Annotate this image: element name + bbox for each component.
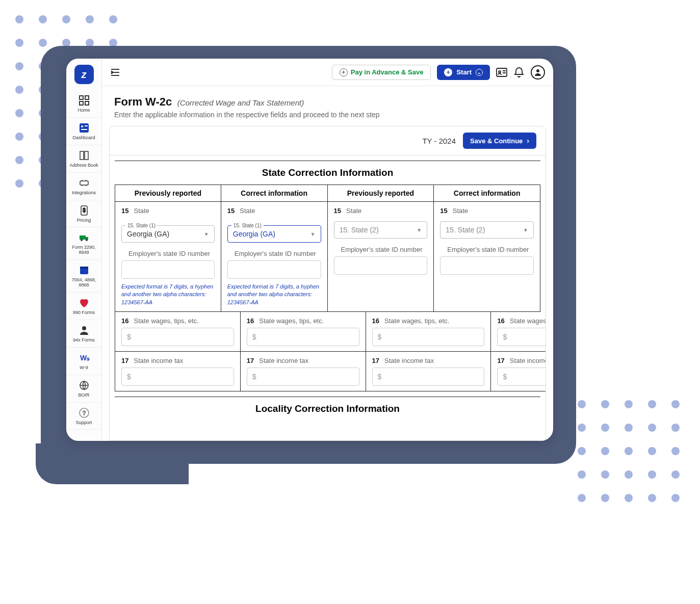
col-head-prev-2: Previously reported	[328, 185, 434, 202]
svg-rect-0	[80, 96, 83, 99]
dollar-icon: $	[252, 373, 256, 381]
pay-in-advance-button[interactable]: + Pay in Advance & Save	[332, 65, 431, 80]
wages-input-corr-1[interactable]: $	[247, 328, 359, 346]
box-num: 16	[497, 317, 504, 325]
svg-rect-1	[85, 96, 89, 99]
state-placeholder: 15. State (2)	[446, 226, 485, 234]
question-icon: ?	[78, 407, 90, 419]
sidebar-item-integrations[interactable]: Integrations	[66, 173, 102, 200]
emp-id-label: Employer's state ID number	[235, 250, 321, 257]
emp-id-input-prev-2[interactable]	[334, 256, 428, 275]
col-head-corr-2: Correct information	[434, 185, 540, 202]
panel-header: TY - 2024 Save & Continue ›	[110, 126, 546, 155]
box-num: 17	[121, 357, 128, 364]
state-value: Georgia (GA)	[127, 230, 169, 238]
grid-icon	[78, 94, 90, 107]
sidebar-item-address-book[interactable]: Address Book	[66, 145, 102, 173]
id-card-icon[interactable]	[496, 67, 507, 78]
chevron-right-icon: ›	[527, 137, 529, 145]
sidebar-item-boir[interactable]: BOIR	[66, 375, 102, 403]
app-window: z Home Dashboard Address Book Integratio…	[66, 59, 553, 441]
box-num: 15	[440, 207, 447, 215]
page-description: Enter the applicable information in the …	[114, 111, 541, 119]
sidebar-item-home[interactable]: Home	[66, 90, 102, 118]
box-num: 17	[247, 357, 254, 364]
sidebar-item-94x[interactable]: 94x Forms	[66, 320, 102, 348]
globe-icon	[78, 379, 90, 391]
svg-point-14	[86, 239, 88, 241]
state-placeholder: 15. State (2)	[340, 226, 379, 234]
dollar-icon: $	[127, 373, 131, 381]
sidebar-item-pricing[interactable]: $ Pricing	[66, 200, 102, 228]
svg-text:?: ?	[82, 410, 85, 416]
calendar-icon	[78, 264, 90, 276]
sidebar-item-w9[interactable]: W₉ W-9	[66, 348, 102, 375]
svg-text:W₉: W₉	[80, 354, 90, 362]
box-label: State income tax	[259, 357, 308, 364]
box-label: State wages, tips, etc.	[134, 317, 198, 325]
svg-rect-16	[80, 267, 88, 269]
box-num: 16	[121, 317, 128, 325]
emp-id-label: Employer's state ID number	[128, 250, 215, 257]
tax-input-prev-1[interactable]: $	[121, 367, 234, 386]
sidebar-item-7004[interactable]: 7004, 4868, 8868	[66, 260, 102, 293]
wages-input-corr-2[interactable]: $	[497, 328, 546, 346]
form-scroll-area[interactable]: State Correction Information Previously …	[110, 155, 546, 440]
start-button[interactable]: + Start ⌄	[437, 65, 490, 80]
save-continue-label: Save & Continue	[470, 137, 523, 145]
tax-input-corr-1[interactable]: $	[247, 367, 359, 386]
truck-icon	[78, 231, 90, 244]
sidebar-item-990[interactable]: 990 Forms	[66, 293, 102, 320]
svg-rect-8	[80, 181, 88, 185]
book-icon	[78, 149, 90, 162]
user-avatar-icon[interactable]	[531, 65, 545, 80]
emp-id-label: Employer's state ID number	[341, 246, 428, 253]
box-label: State income tax	[510, 357, 546, 364]
form-panel: TY - 2024 Save & Continue › State Correc…	[109, 126, 546, 441]
tax-input-prev-2[interactable]: $	[372, 367, 485, 386]
state-select-corr-2[interactable]: 15. State (2) ▼	[440, 221, 534, 239]
caret-down-icon: ▼	[417, 227, 422, 233]
wages-input-prev-2[interactable]: $	[372, 328, 485, 346]
emp-id-input-prev-1[interactable]	[121, 260, 215, 279]
section-locality-title: Locality Correction Information	[115, 397, 540, 421]
dollar-icon: $	[503, 373, 507, 381]
svg-point-5	[81, 125, 83, 127]
box-num: 17	[372, 357, 379, 364]
row-box-17: 17State income tax $ 17State income tax …	[115, 352, 540, 391]
svg-text:$: $	[83, 207, 86, 213]
row-box-16: 16State wages, tips, etc. $ 16State wage…	[115, 312, 540, 352]
box-label: State income tax	[384, 357, 434, 364]
cell-15-prev-2: 15State 15. State (2) ▼ Employer's state…	[328, 202, 434, 312]
box-num: 17	[497, 357, 504, 364]
dollar-icon: $	[378, 333, 382, 341]
plus-circle-icon: +	[340, 68, 348, 76]
state-select-prev-2[interactable]: 15. State (2) ▼	[334, 221, 428, 239]
sidebar-item-dashboard[interactable]: Dashboard	[66, 118, 102, 145]
emp-id-input-corr-2[interactable]	[440, 256, 534, 275]
save-continue-button[interactable]: Save & Continue ›	[463, 133, 536, 149]
dollar-icon: $	[503, 333, 507, 341]
column-header-row: Previously reported Correct information …	[115, 185, 540, 202]
state1-legend: 15. State (1)	[231, 223, 264, 228]
row-box-15: 15State 15. State (1) Georgia (GA) ▼ Emp…	[115, 202, 540, 312]
dollar-icon: $	[252, 333, 256, 341]
emp-id-label: Employer's state ID number	[447, 246, 534, 253]
nav-label: BOIR	[67, 393, 101, 398]
heart-icon	[78, 297, 90, 309]
nav-label: Form 2290, 8849	[67, 245, 101, 255]
bell-icon[interactable]	[513, 67, 525, 78]
svg-rect-22	[497, 68, 507, 76]
sidebar-item-support[interactable]: ? Support	[66, 403, 102, 430]
nav-label: 7004, 4868, 8868	[67, 278, 101, 288]
sidebar-item-form-2290[interactable]: Form 2290, 8849	[66, 227, 102, 260]
wages-input-prev-1[interactable]: $	[121, 328, 234, 346]
sidebar-toggle-icon[interactable]	[110, 68, 120, 76]
emp-id-input-corr-1[interactable]	[227, 260, 321, 279]
cell-16-prev-1: 16State wages, tips, etc. $	[115, 312, 241, 352]
tax-input-corr-2[interactable]: $	[497, 367, 546, 386]
nav-label: Support	[67, 421, 101, 426]
decorative-dots-bottom	[578, 400, 680, 502]
nav-label: 94x Forms	[67, 338, 101, 343]
cell-15-corr-2: 15State 15. State (2) ▼ Employer's state…	[434, 202, 540, 312]
